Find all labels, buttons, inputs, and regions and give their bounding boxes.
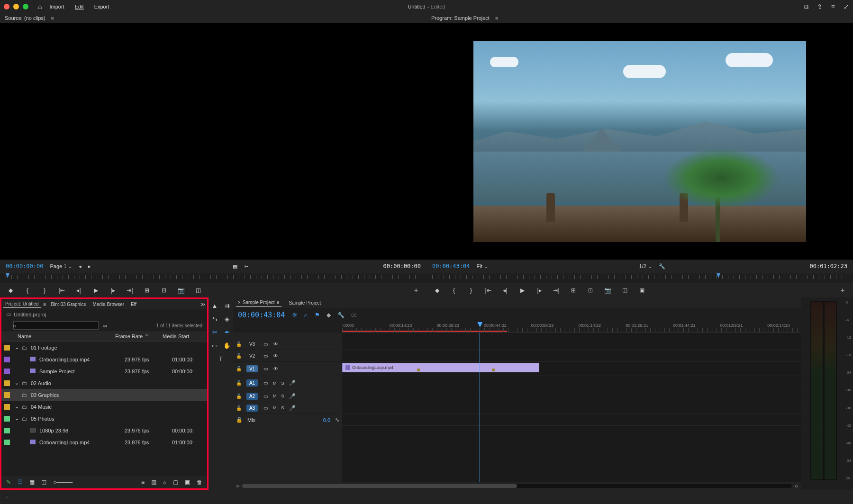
captions-icon[interactable]: cc (351, 312, 357, 318)
step-back-icon[interactable]: ◂| (501, 287, 509, 294)
track-lanes[interactable]: OnboardingLoop.mp4 (342, 333, 801, 482)
mark-in-icon[interactable]: ◆ (7, 287, 14, 294)
add-button-icon[interactable]: ＋ (412, 286, 420, 295)
program-monitor-display[interactable] (426, 23, 853, 260)
lock-icon[interactable]: 🔓 (236, 405, 242, 411)
project-item-row[interactable]: ⌄🗀02 Audio (1, 377, 207, 389)
timeline-horizontal-scrollbar[interactable]: ○ ○ (233, 482, 801, 490)
track-lane-a2[interactable] (342, 390, 801, 402)
close-window-button[interactable] (4, 4, 9, 9)
extract-icon[interactable]: ⊡ (587, 287, 594, 294)
tab-effects[interactable]: Eff (129, 301, 138, 308)
fullscreen-icon[interactable]: ⤢ (844, 3, 849, 11)
track-header-a3[interactable]: 🔓A3▭MS🎤 (233, 402, 342, 414)
rectangle-tool-icon[interactable]: ▭ (210, 341, 219, 350)
source-step-back-icon[interactable]: ◂ (79, 263, 82, 270)
playhead[interactable] (480, 333, 480, 482)
settings-marker-icon[interactable]: ◆ (327, 312, 331, 318)
solo-button[interactable]: S (281, 381, 284, 386)
label-swatch[interactable] (4, 428, 10, 433)
clip-marker-icon[interactable] (492, 369, 495, 371)
project-item-row[interactable]: OnboardingLoop.mp423.976 fps01:00:00: (1, 436, 207, 448)
mix-track-header[interactable]: 🔓Mix0.0⤡ (233, 414, 342, 426)
label-swatch[interactable] (4, 440, 10, 445)
fx-badge-icon[interactable] (345, 365, 350, 370)
tab-edit[interactable]: Edit (72, 3, 87, 10)
wrench-icon[interactable]: 🔧 (337, 312, 345, 318)
mute-button[interactable]: M (273, 381, 277, 386)
icon-view-icon[interactable]: ▦ (29, 479, 35, 486)
type-tool-icon[interactable]: T (217, 354, 225, 363)
sort-icon[interactable]: ≡ (141, 479, 145, 486)
project-item-row[interactable]: ⌄🗀05 Photos (1, 413, 207, 424)
project-item-row[interactable]: Sample Project23.976 fps00:00:00: (1, 365, 207, 377)
column-mediastart[interactable]: Media Start (163, 333, 207, 340)
lock-icon[interactable]: 🔓 (236, 342, 242, 347)
lift-icon[interactable]: ⊞ (570, 287, 577, 294)
timeline-ruler[interactable]: :00:0000:00:14:2300:00:29:2300:00:44:220… (342, 322, 801, 333)
track-header-v3[interactable]: 🔓V3▭👁 (233, 338, 342, 350)
track-header-a1[interactable]: 🔓A1▭MS🎤 (233, 376, 342, 390)
mark-open-icon[interactable]: { (24, 287, 31, 294)
ripple-tool-icon[interactable]: ⇆ (210, 315, 219, 323)
delete-icon[interactable]: 🗑 (197, 479, 202, 486)
overwrite-icon[interactable]: ⊡ (160, 287, 168, 294)
marker-icon[interactable]: ⚑ (315, 312, 320, 318)
label-swatch[interactable] (4, 392, 10, 398)
mic-icon[interactable]: 🎤 (289, 405, 296, 411)
comparison-icon[interactable]: ◫ (194, 287, 202, 294)
linked-selection-icon[interactable]: ∩ (304, 312, 308, 318)
source-step-fwd-icon[interactable]: ▸ (88, 263, 91, 270)
target-icon[interactable]: ▭ (263, 353, 268, 359)
mic-icon[interactable]: 🎤 (289, 393, 296, 399)
source-wrench-icon[interactable]: ➳ (244, 263, 248, 270)
tab-export[interactable]: Export (91, 3, 112, 10)
project-item-row[interactable]: 1080p 23.9823.976 fps00:00:00: (1, 424, 207, 436)
lock-icon[interactable]: 🔓 (236, 417, 243, 423)
lock-icon[interactable]: 🔓 (236, 366, 242, 371)
export-frame-icon[interactable]: 📷 (604, 287, 611, 294)
column-name[interactable]: Name (1, 333, 115, 340)
new-bin-shortcut-icon[interactable]: ▭ (102, 323, 107, 329)
track-header-a2[interactable]: 🔓A2▭MS🎤 (233, 390, 342, 402)
disclosure-icon[interactable]: ⌄ (14, 404, 19, 410)
label-swatch[interactable] (4, 345, 10, 351)
project-item-row[interactable]: OnboardingLoop.mp423.976 fps01:00:00: (1, 353, 207, 365)
tab-bin[interactable]: Bin: 03 Graphics (49, 301, 88, 308)
mark-in-icon[interactable]: ◆ (433, 287, 441, 294)
tab-project[interactable]: Project: Untitled (3, 300, 41, 308)
label-swatch[interactable] (4, 357, 10, 362)
find-icon[interactable]: ⌕ (163, 479, 166, 486)
lock-icon[interactable]: 🔓 (236, 380, 242, 386)
label-swatch[interactable] (4, 380, 10, 386)
razor-tool-icon[interactable]: ✂ (210, 328, 219, 336)
scroll-handle-right[interactable]: ○ (795, 483, 798, 489)
program-timecode-duration[interactable]: 00:01:02:23 (810, 263, 847, 270)
minimize-window-button[interactable] (13, 4, 19, 9)
play-icon[interactable]: ▶ (518, 287, 526, 294)
maximize-window-button[interactable] (23, 4, 28, 9)
share-icon[interactable]: ⇪ (817, 3, 823, 11)
timeline-tab-active[interactable]: ×Sample Project≡ (236, 299, 281, 306)
track-lane-a3[interactable] (342, 402, 801, 414)
panel-menu-icon[interactable]: ≡ (44, 302, 46, 307)
export-frame-icon[interactable]: 📷 (177, 287, 185, 294)
clip-marker-icon[interactable] (417, 369, 420, 371)
goto-in-icon[interactable]: |⇤ (58, 287, 65, 294)
goto-out-icon[interactable]: ⇥| (553, 287, 560, 294)
label-swatch[interactable] (4, 416, 10, 422)
source-page-select[interactable]: Page 1 (50, 263, 72, 269)
timeline-timecode[interactable]: 00:00:43:04 (238, 311, 285, 319)
mute-button[interactable]: M (273, 394, 277, 398)
list-view-icon[interactable]: ☰ (18, 479, 23, 486)
track-lane-a1[interactable] (342, 376, 801, 390)
column-framerate[interactable]: Frame Rate⌃ (115, 333, 163, 340)
pen-tool-icon[interactable]: ✒ (223, 328, 231, 336)
tab-import[interactable]: Import (46, 3, 67, 10)
eye-icon[interactable]: 👁 (273, 353, 279, 359)
tab-media-browser[interactable]: Media Browser (91, 301, 126, 308)
draw-icon[interactable]: ✎ (6, 479, 11, 486)
source-timecode-in[interactable]: 00:00:00:00 (6, 263, 43, 270)
project-item-row[interactable]: ⌄🗀01 Footage (1, 342, 207, 353)
source-monitor-display[interactable] (0, 23, 426, 260)
